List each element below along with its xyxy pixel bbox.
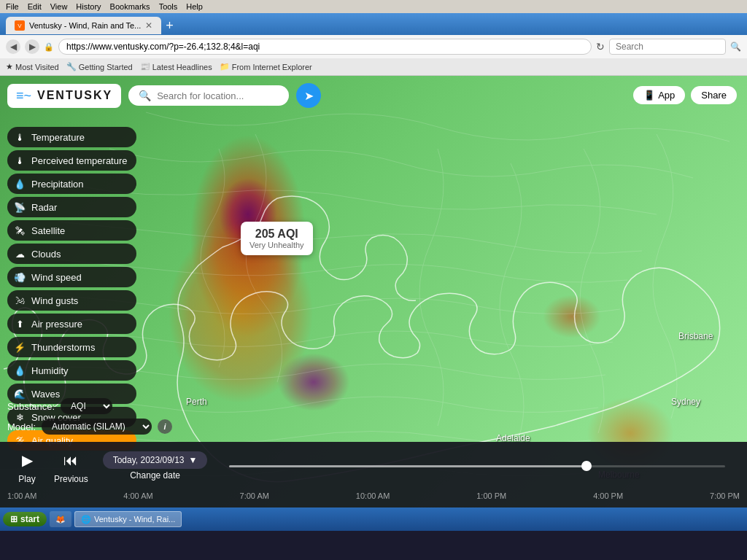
bookmark-latest-headlines[interactable]: 📰 Latest Headlines — [140, 62, 212, 71]
time-label-4am: 4:00 AM — [123, 491, 152, 500]
clouds-icon: ☁ — [13, 247, 26, 260]
time-label-10am: 10:00 AM — [356, 491, 390, 500]
timeline-track[interactable] — [222, 465, 732, 467]
bookmarks-bar: ★ Most Visited 🔧 Getting Started 📰 Lates… — [0, 58, 747, 76]
menu-edit[interactable]: Edit — [28, 2, 42, 11]
bookmark-folder-icon: 📁 — [220, 62, 230, 71]
precipitation-icon: 💧 — [13, 177, 26, 190]
sidebar-item-temperature[interactable]: 🌡 Temperature — [7, 127, 136, 147]
play-button[interactable]: ▶ — [15, 448, 39, 472]
humidity-icon: 💧 — [13, 364, 26, 377]
security-icon: 🔒 — [44, 42, 54, 52]
sidebar-item-humidity[interactable]: 💧 Humidity — [7, 360, 136, 381]
sidebar-item-perceived-temperature[interactable]: 🌡 Perceived temperature — [7, 150, 136, 171]
menu-bar: File Edit View History Bookmarks Tools H… — [0, 0, 747, 13]
menu-help[interactable]: Help — [186, 2, 203, 11]
sidebar-item-clouds[interactable]: ☁ Clouds — [7, 244, 136, 264]
tab-favicon: V — [15, 20, 25, 31]
previous-button[interactable]: ⏮ — [58, 448, 83, 472]
search-icon: 🔍 — [730, 42, 741, 52]
map-label-brisbane: Brisbane — [678, 331, 713, 341]
change-date-chevron-icon: ▼ — [189, 455, 198, 465]
substance-control: Substance: AQI — [7, 398, 172, 414]
air-pressure-icon: ⬆ — [13, 317, 26, 330]
sidebar-item-air-pressure[interactable]: ⬆ Air pressure — [7, 314, 136, 334]
timeline-bar: ▶ Play ⏮ Previous Today, 2023/09/13 ▼ Ch… — [0, 442, 747, 508]
change-date-label: Today, 2023/09/13 — [113, 455, 185, 465]
satellite-icon: 🛰 — [13, 224, 26, 237]
bookmark-from-ie[interactable]: 📁 From Internet Explorer — [220, 62, 312, 71]
location-button[interactable]: ➤ — [296, 83, 321, 108]
ventusky-tab-icon: 🌐 — [81, 515, 91, 524]
radar-icon: 📡 — [13, 201, 26, 214]
taskbar-firefox[interactable]: 🦊 — [50, 511, 71, 527]
wind-speed-icon: 💨 — [13, 271, 26, 284]
time-labels-row: 1:00 AM 4:00 AM 7:00 AM 10:00 AM 1:00 PM… — [0, 490, 747, 502]
play-label: Play — [18, 474, 35, 484]
search-magnifier-icon: 🔍 — [139, 90, 151, 101]
tooltip-aqi-status: Very Unhealthy — [249, 241, 304, 249]
share-button[interactable]: Share — [691, 86, 737, 104]
bookmark-getting-started[interactable]: 🔧 Getting Started — [66, 62, 133, 71]
smartphone-icon: 📱 — [643, 90, 655, 101]
time-label-1pm: 1:00 PM — [476, 491, 506, 500]
time-label-4pm: 4:00 PM — [593, 491, 623, 500]
location-search-input[interactable] — [157, 90, 279, 101]
refresh-button[interactable]: ↻ — [596, 41, 605, 52]
ventusky-logo[interactable]: ≡~ VENTUSKY — [7, 84, 121, 108]
address-input[interactable] — [58, 39, 592, 55]
forward-button[interactable]: ▶ — [25, 39, 39, 54]
new-tab-button[interactable]: + — [166, 18, 174, 34]
time-label-7pm: 7:00 PM — [710, 491, 740, 500]
map-area[interactable]: ≡~ VENTUSKY 🔍 ➤ 📱 App Share 🌡 Temperatur… — [0, 76, 747, 508]
sidebar-item-wind-gusts[interactable]: 🌬 Wind gusts — [7, 290, 136, 311]
change-date-button[interactable]: Today, 2023/09/13 ▼ — [103, 451, 208, 469]
map-label-perth: Perth — [186, 397, 207, 407]
header-right-buttons: 📱 App Share — [633, 86, 737, 104]
change-date-label: Change date — [130, 470, 180, 481]
windows-icon: ⊞ — [10, 514, 18, 524]
browser-tab[interactable]: V Ventusky - Wind, Rain and Te... ✕ — [6, 17, 161, 34]
tab-close-button[interactable]: ✕ — [145, 20, 152, 31]
firefox-icon: 🦊 — [55, 515, 66, 524]
back-button[interactable]: ◀ — [6, 39, 20, 54]
browser-search-input[interactable] — [609, 39, 726, 55]
menu-tools[interactable]: Tools — [159, 2, 178, 11]
model-control: Model: Automatic (SILAM) i — [7, 419, 172, 435]
sidebar-item-satellite[interactable]: 🛰 Satellite — [7, 220, 136, 241]
substance-select[interactable]: AQI — [61, 398, 112, 414]
previous-label: Previous — [54, 474, 88, 484]
sidebar-item-radar[interactable]: 📡 Radar — [7, 197, 136, 217]
wind-gusts-icon: 🌬 — [13, 294, 26, 307]
timeline-thumb[interactable] — [581, 461, 592, 471]
model-select[interactable]: Automatic (SILAM) — [42, 419, 152, 435]
aqi-tooltip: 205 AQI Very Unhealthy — [241, 222, 313, 255]
menu-history[interactable]: History — [76, 2, 101, 11]
map-label-sydney: Sydney — [671, 397, 700, 407]
temperature-icon: 🌡 — [13, 131, 26, 144]
start-button[interactable]: ⊞ start — [3, 512, 47, 526]
bookmark-news-icon: 📰 — [140, 62, 150, 71]
timeline-progress-bar — [229, 465, 725, 467]
tab-bar: V Ventusky - Wind, Rain and Te... ✕ + — [0, 13, 747, 35]
app-button[interactable]: 📱 App — [633, 86, 685, 104]
model-info-button[interactable]: i — [158, 419, 172, 434]
location-search-box: 🔍 — [128, 85, 289, 106]
taskbar-ventusky[interactable]: 🌐 Ventusky - Wind, Rai... — [74, 511, 182, 527]
tooltip-aqi-value: 205 AQI — [249, 228, 304, 241]
menu-file[interactable]: File — [6, 2, 19, 11]
menu-view[interactable]: View — [50, 2, 68, 11]
logo-text: VENTUSKY — [37, 89, 112, 102]
menu-bookmarks[interactable]: Bookmarks — [110, 2, 150, 11]
sidebar-item-precipitation[interactable]: 💧 Precipitation — [7, 174, 136, 194]
controls-row: Substance: AQI Model: Automatic (SILAM) … — [7, 398, 172, 435]
sidebar-item-thunderstorms[interactable]: ⚡ Thunderstorms — [7, 337, 136, 357]
time-label-1am: 1:00 AM — [7, 491, 36, 500]
time-label-7am: 7:00 AM — [240, 491, 269, 500]
sidebar-item-wind-speed[interactable]: 💨 Wind speed — [7, 267, 136, 287]
bookmark-gear-icon: 🔧 — [66, 62, 77, 71]
bookmark-most-visited[interactable]: ★ Most Visited — [6, 62, 59, 71]
timeline-controls: ▶ Play ⏮ Previous Today, 2023/09/13 ▼ Ch… — [0, 442, 747, 490]
logo-icon: ≡~ — [16, 88, 31, 104]
thunderstorms-icon: ⚡ — [13, 341, 26, 354]
